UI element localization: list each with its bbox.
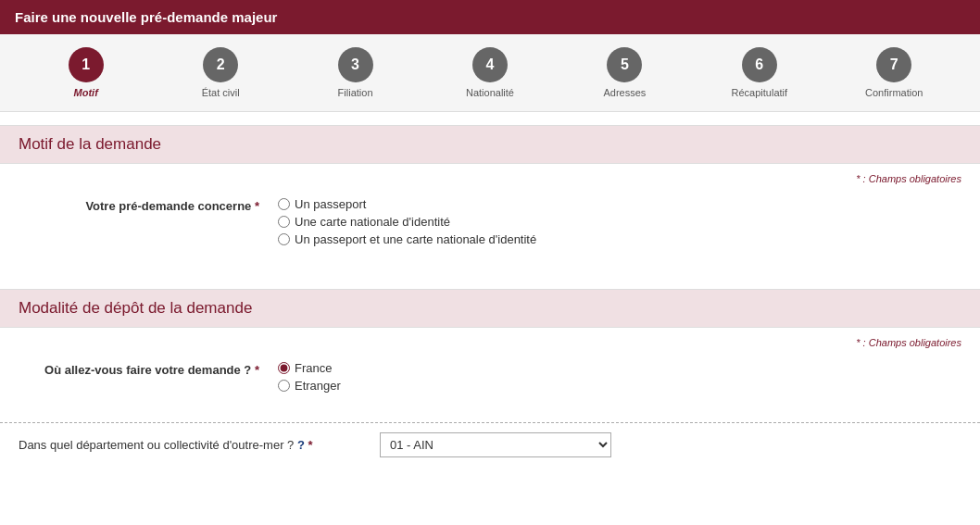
step-2[interactable]: 2 État civil	[179, 47, 262, 98]
section-modalite-title: Modalité de dépôt de la demande	[19, 299, 252, 317]
option-france-label: France	[295, 361, 332, 375]
step-label-6: Récapitulatif	[732, 87, 788, 98]
radio-cni[interactable]	[278, 216, 290, 228]
option-etranger-label: Etranger	[295, 379, 341, 393]
section-motif-body: * : Champs obligatoires Votre pré-demand…	[0, 164, 980, 276]
radio-passeport[interactable]	[278, 198, 290, 210]
step-circle-1: 1	[69, 47, 104, 82]
step-circle-5: 5	[607, 47, 642, 82]
option-etranger[interactable]: Etranger	[278, 379, 341, 393]
step-circle-7: 7	[876, 47, 911, 82]
predemande-required-star: *	[255, 199, 259, 213]
step-circle-6: 6	[742, 47, 777, 82]
step-1[interactable]: 1 Motif	[44, 47, 128, 98]
predemande-label: Votre pré-demande concerne *	[19, 197, 278, 213]
option-passeport[interactable]: Un passeport	[278, 197, 536, 211]
step-3[interactable]: 3 Filiation	[314, 47, 397, 98]
predemande-label-text: Votre pré-demande concerne	[85, 199, 251, 213]
location-options: France Etranger	[278, 361, 341, 393]
option-both-label: Un passeport et une carte nationale d'id…	[295, 232, 536, 246]
section-modalite-header: Modalité de dépôt de la demande	[0, 289, 980, 328]
location-required-star: *	[255, 363, 259, 377]
step-label-3: Filiation	[338, 87, 373, 98]
section-motif: Motif de la demande * : Champs obligatoi…	[0, 125, 980, 276]
departement-label-text: Dans quel département ou collectivité d'…	[19, 438, 294, 452]
section-modalite: Modalité de dépôt de la demande * : Cham…	[0, 289, 980, 422]
steps-bar: 1 Motif 2 État civil 3 Filiation 4 Natio…	[0, 34, 980, 112]
option-cni-label: Une carte nationale d'identité	[295, 215, 450, 229]
step-circle-3: 3	[338, 47, 373, 82]
step-5[interactable]: 5 Adresses	[583, 47, 666, 98]
required-note-1: * : Champs obligatoires	[19, 169, 961, 192]
page-header: Faire une nouvelle pré-demande majeur	[0, 0, 980, 34]
option-both[interactable]: Un passeport et une carte nationale d'id…	[278, 232, 536, 246]
radio-both[interactable]	[278, 233, 290, 245]
form-row-location: Où allez-vous faire votre demande ? * Fr…	[19, 356, 961, 398]
location-label: Où allez-vous faire votre demande ? *	[19, 361, 278, 377]
required-note-2: * : Champs obligatoires	[19, 333, 961, 356]
step-7[interactable]: 7 Confirmation	[852, 47, 936, 98]
predemande-options: Un passeport Une carte nationale d'ident…	[278, 197, 536, 246]
option-france[interactable]: France	[278, 361, 341, 375]
step-4[interactable]: 4 Nationalité	[448, 47, 532, 98]
section-motif-title: Motif de la demande	[19, 135, 161, 153]
step-label-7: Confirmation	[865, 87, 923, 98]
form-row-predemande: Votre pré-demande concerne * Un passepor…	[19, 192, 961, 252]
location-label-text: Où allez-vous faire votre demande ?	[44, 363, 251, 377]
step-label-2: État civil	[202, 87, 240, 98]
option-passeport-label: Un passeport	[295, 197, 366, 211]
radio-france[interactable]	[278, 362, 290, 374]
departement-label: Dans quel département ou collectivité d'…	[19, 438, 380, 452]
step-circle-4: 4	[472, 47, 508, 82]
step-6[interactable]: 6 Récapitulatif	[718, 47, 801, 98]
departement-required-star: *	[308, 438, 313, 452]
section-motif-header: Motif de la demande	[0, 125, 980, 164]
page-title: Faire une nouvelle pré-demande majeur	[15, 9, 277, 25]
step-label-4: Nationalité	[466, 87, 514, 98]
section-modalite-body: * : Champs obligatoires Où allez-vous fa…	[0, 328, 980, 422]
step-circle-2: 2	[203, 47, 238, 82]
step-label-5: Adresses	[603, 87, 646, 98]
form-row-departement: Dans quel département ou collectivité d'…	[0, 422, 980, 467]
radio-etranger[interactable]	[278, 380, 290, 392]
option-cni[interactable]: Une carte nationale d'identité	[278, 215, 536, 229]
departement-question-mark: ?	[297, 438, 305, 452]
step-label-1: Motif	[74, 87, 98, 98]
departement-select[interactable]: 01 - AIN 02 - AISNE 03 - ALLIER 04 - ALP…	[380, 432, 611, 457]
